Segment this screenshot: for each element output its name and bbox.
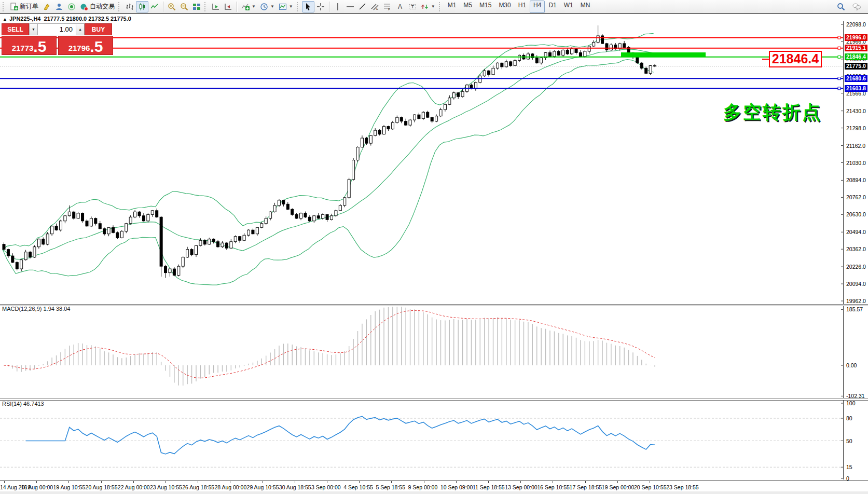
candle [313, 216, 315, 221]
chevron-down-icon[interactable]: ▼ [270, 4, 274, 9]
chart-window[interactable]: ▲JPN225-,H4 21777.5 21800.0 21732.5 2177… [0, 13, 868, 494]
marker-button[interactable] [40, 1, 53, 12]
chevron-down-icon[interactable]: ▼ [431, 4, 435, 9]
candle [654, 65, 656, 66]
chart-shift-button[interactable] [222, 1, 235, 12]
timeframe-h1-button[interactable]: H1 [515, 1, 530, 13]
axis-tick-label: -102.31 [846, 393, 865, 399]
time-tick [520, 481, 521, 483]
chevron-down-icon[interactable]: ▼ [289, 4, 293, 9]
labelT-icon: T [408, 3, 417, 11]
candle [151, 211, 154, 214]
candle [291, 209, 294, 214]
timeframe-w1-button[interactable]: W1 [560, 1, 577, 13]
price-callout-box[interactable]: 21846.4 [769, 51, 822, 67]
candle [387, 127, 390, 129]
equidistant-channel-button[interactable]: E [369, 1, 381, 12]
signal-button[interactable] [65, 1, 78, 12]
timeframe-d1-button[interactable]: D1 [545, 1, 560, 13]
horizontal-line-button[interactable] [344, 1, 356, 12]
time-label: 20 Sep 10:55 [634, 484, 666, 490]
candle [461, 91, 464, 97]
text-button[interactable]: A [394, 1, 406, 12]
candle [147, 214, 149, 221]
rsi-canvas[interactable] [0, 400, 844, 479]
axis-tick-label: 21298.0 [846, 125, 866, 131]
text-label-button[interactable]: T [406, 1, 419, 12]
sell-price[interactable]: 21773.5 [2, 36, 57, 55]
macd-canvas[interactable] [0, 306, 844, 398]
autotrade-button[interactable]: 自动交易 [78, 1, 117, 12]
candle [120, 231, 123, 238]
chat-button[interactable] [850, 1, 863, 12]
timeframe-m1-button[interactable]: M1 [444, 1, 460, 13]
time-label: 5 Sep 18:55 [376, 484, 405, 490]
indicators-button[interactable]: ▼ [239, 1, 258, 12]
chartshift-icon [224, 3, 232, 11]
sell-button[interactable]: SELL [2, 23, 29, 35]
green-highlight-rectangle[interactable] [621, 52, 706, 57]
candle [138, 212, 141, 215]
line-chart-button[interactable] [148, 1, 161, 12]
candle [186, 250, 189, 257]
search-button[interactable] [835, 1, 847, 12]
timeframe-m5-button[interactable]: M5 [460, 1, 476, 13]
candle [518, 55, 521, 60]
candle [64, 216, 66, 221]
main-toolbar: 新订单自动交易▼▼▼EFAT▼M1M5M15M30H1H4D1W1MN [0, 0, 868, 13]
crosshair-button[interactable] [314, 1, 327, 12]
candle [247, 230, 250, 235]
new-order-button[interactable]: 新订单 [8, 1, 40, 12]
fibonacci-button[interactable]: F [381, 1, 394, 12]
time-label: 13 Sep 00:00 [505, 484, 537, 490]
timeframe-h4-button[interactable]: H4 [530, 1, 545, 13]
chinese-annotation-text[interactable]: 多空转折点 [723, 100, 822, 125]
timeframe-m15-button[interactable]: M15 [476, 1, 495, 13]
vertical-line-button[interactable] [332, 1, 344, 12]
timeframe-m30-button[interactable]: M30 [495, 1, 514, 13]
time-label: 3 Sep 00:00 [311, 484, 341, 490]
volume-input[interactable] [38, 23, 76, 35]
chevron-down-icon[interactable]: ▼ [252, 4, 256, 9]
buy-price[interactable]: 21796.5 [58, 36, 113, 55]
candlestick-chart-button[interactable] [136, 1, 148, 12]
profile-button[interactable] [53, 1, 65, 12]
trendline-button[interactable] [356, 1, 369, 12]
price-chip: 21915.1 [845, 45, 867, 51]
candle [496, 63, 499, 68]
cursor-button[interactable] [302, 1, 314, 12]
periods-button[interactable]: ▼ [258, 1, 277, 12]
timeframe-mn-button[interactable]: MN [577, 1, 594, 13]
candle [317, 216, 320, 218]
buy-button[interactable]: BUY [85, 23, 112, 35]
auto-scroll-button[interactable] [210, 1, 222, 12]
textA-icon: A [396, 3, 404, 11]
candle [540, 58, 543, 63]
time-label: 16 Sep 10:55 [537, 484, 569, 490]
price-chip: 21846.4 [845, 53, 867, 60]
candle [3, 244, 5, 250]
arrows-button[interactable]: ▼ [419, 1, 437, 12]
zoom-out-button[interactable] [178, 1, 190, 12]
candle [584, 51, 586, 57]
svg-text:A: A [398, 3, 402, 10]
tile-windows-button[interactable] [190, 1, 203, 12]
autotrade-icon [80, 3, 88, 11]
candle [7, 250, 9, 256]
toolbar-separator [329, 2, 329, 12]
volume-increase-button[interactable]: ▲ [76, 23, 85, 35]
candle [234, 237, 237, 242]
bar-chart-button[interactable] [123, 1, 136, 12]
candle [514, 60, 516, 65]
price-chart-canvas[interactable] [0, 21, 844, 304]
templates-button[interactable]: ▼ [277, 1, 295, 12]
candle [308, 217, 311, 221]
rsi-label: RSI(14) 46.7413 [2, 401, 44, 407]
zoom-in-button[interactable] [166, 1, 178, 12]
candle [125, 224, 128, 231]
axis-tick-label: 20894.0 [846, 177, 866, 183]
candle [492, 68, 494, 74]
time-tick [166, 481, 166, 483]
profile-icon [55, 3, 63, 11]
volume-decrease-button[interactable]: ▼ [29, 23, 38, 35]
